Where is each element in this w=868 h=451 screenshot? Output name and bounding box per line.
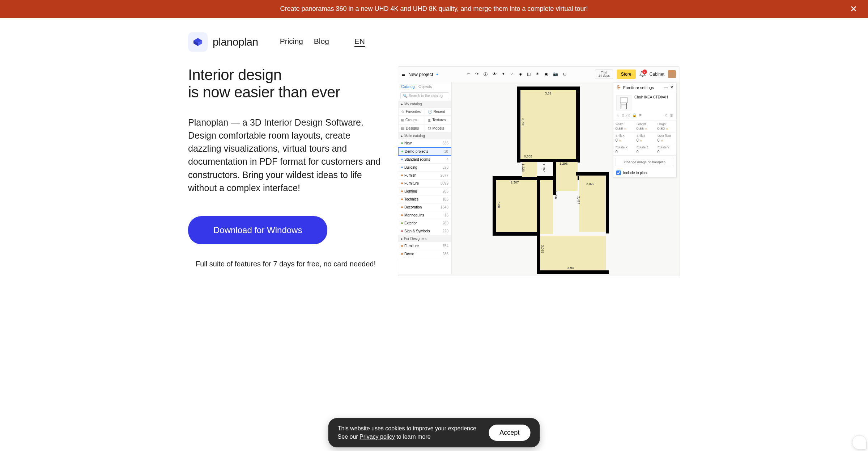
property-field[interactable]: Shift Z0m: [634, 132, 655, 144]
copy-icon[interactable]: ⧉: [622, 113, 624, 118]
tab-objects[interactable]: Objects: [418, 84, 432, 89]
catalog-row[interactable]: Mannequins16: [398, 211, 451, 219]
include-checkbox[interactable]: Include to plan: [613, 168, 676, 177]
catalog-row[interactable]: Furnish2877: [398, 172, 451, 180]
search-input[interactable]: 🔍 Search in the catalog: [400, 92, 449, 99]
catalog-sidebar: Catalog Objects 🔍 Search in the catalog …: [398, 82, 452, 274]
nav-blog[interactable]: Blog: [314, 37, 329, 47]
cabinet-link[interactable]: Cabinet: [650, 72, 664, 77]
hero-description: Planoplan — a 3D Interior Design Softwar…: [188, 116, 383, 195]
undo-icon[interactable]: ↶: [467, 72, 470, 77]
catalog-row[interactable]: Standard rooms4: [398, 156, 451, 164]
catalog-row[interactable]: Building523: [398, 164, 451, 172]
section-my-catalog[interactable]: ▸ My catalog: [398, 101, 451, 108]
furniture-settings-panel: 🪑Furniture settings —✕ Chair IKEA СТЕФАН…: [613, 83, 677, 178]
eye-icon[interactable]: 👁: [493, 72, 497, 77]
cell-models[interactable]: ⬡ Models: [425, 124, 452, 132]
section-main-catalog[interactable]: ▸ Main catalog: [398, 132, 451, 139]
trial-badge[interactable]: Trial14 days: [595, 69, 613, 79]
catalog-row[interactable]: Exterior280: [398, 219, 451, 227]
furniture-icon: 🪑: [616, 85, 621, 90]
close-icon[interactable]: ✕: [850, 4, 857, 14]
logo[interactable]: planoplan: [188, 32, 258, 52]
svg-rect-0: [620, 98, 627, 103]
catalog-row[interactable]: Sign & Symbols220: [398, 227, 451, 235]
banner-text: Create panoramas 360 in a new UHD 4K and…: [280, 5, 588, 13]
cell-recent[interactable]: 🕐 Recent: [425, 108, 452, 116]
bell-icon[interactable]: 2: [639, 71, 646, 78]
logo-icon: [188, 32, 208, 52]
ruler-icon[interactable]: ⟋: [510, 72, 514, 77]
language-selector[interactable]: EN: [354, 37, 365, 47]
property-field[interactable]: Rotate Z0: [634, 144, 655, 156]
info2-icon[interactable]: ⓘ: [626, 113, 630, 118]
catalog-row[interactable]: Decor286: [398, 250, 451, 258]
item-preview: [616, 95, 631, 110]
main-nav: planoplan Pricing Blog EN: [188, 18, 680, 66]
reset-icon[interactable]: ↺: [665, 113, 668, 118]
cell-designs[interactable]: ▤ Designs: [398, 124, 425, 132]
property-field[interactable]: Rotate X0: [613, 144, 634, 156]
project-name[interactable]: New project: [408, 72, 433, 77]
sun-icon[interactable]: ☀: [536, 72, 539, 77]
cube-icon[interactable]: ▣: [544, 72, 548, 77]
info-icon[interactable]: ⓘ: [484, 72, 488, 77]
menu-icon[interactable]: ☰: [402, 72, 405, 77]
change-image-button[interactable]: Change image on floorplan: [616, 158, 674, 166]
property-field[interactable]: Height0.80m: [655, 121, 676, 132]
wand-icon[interactable]: ✦: [502, 72, 505, 77]
avatar[interactable]: [668, 70, 676, 78]
close-panel-icon[interactable]: ✕: [670, 85, 673, 89]
promo-banner: Create panoramas 360 in a new UHD 4K and…: [0, 0, 868, 18]
catalog-row[interactable]: Lighting286: [398, 187, 451, 195]
panorama-icon[interactable]: ⊡: [563, 72, 566, 77]
store-button[interactable]: Store: [617, 69, 636, 79]
cell-favorites[interactable]: ☆ Favorites: [398, 108, 425, 116]
property-field[interactable]: Shift X0m: [613, 132, 634, 144]
nav-pricing[interactable]: Pricing: [280, 37, 303, 47]
property-field[interactable]: Over floor0m: [655, 132, 676, 144]
catalog-row[interactable]: Furniture754: [398, 242, 451, 250]
cell-groups[interactable]: ⊞ Groups: [398, 116, 425, 124]
layers-icon[interactable]: ◫: [527, 72, 531, 77]
app-screenshot: ☰ New project ● ↶ ↷ ⓘ 👁 ✦ ⟋ ◈ ◫ ☀ ▣ 📷 ⊡: [398, 66, 680, 276]
brand-name: planoplan: [213, 36, 258, 48]
catalog-row[interactable]: Furniture3099: [398, 180, 451, 187]
catalog-section[interactable]: ▸ For Designers: [398, 235, 451, 242]
delete-icon[interactable]: 🗑: [670, 113, 673, 118]
camera-icon[interactable]: 📷: [553, 72, 558, 77]
lock-icon[interactable]: 🔒: [632, 113, 637, 118]
download-button[interactable]: Download for Windows: [188, 216, 327, 244]
hero-title: Interior designis now easier than ever: [188, 66, 383, 101]
property-field[interactable]: Rotate Y0: [655, 144, 676, 156]
star-icon[interactable]: ☆: [616, 113, 620, 118]
catalog-row[interactable]: New336: [398, 139, 451, 147]
minimize-icon[interactable]: —: [664, 85, 668, 89]
cell-textures[interactable]: ◫ Textures: [425, 116, 452, 124]
property-field[interactable]: Width0.59m: [613, 121, 634, 132]
property-field[interactable]: Lenght0.55m: [634, 121, 655, 132]
flag-icon[interactable]: ⚑: [639, 113, 642, 118]
catalog-row[interactable]: Demo-projects10: [398, 147, 451, 156]
tab-catalog[interactable]: Catalog: [401, 84, 415, 89]
item-title: Chair IKEA СТЕФАН: [634, 95, 673, 110]
hero-note: Full suite of features for 7 days for fr…: [188, 259, 383, 269]
catalog-row[interactable]: Decoration1348: [398, 203, 451, 211]
redo-icon[interactable]: ↷: [475, 72, 478, 77]
catalog-row[interactable]: Technics186: [398, 195, 451, 203]
search-icon: 🔍: [403, 94, 407, 98]
tag-icon[interactable]: ◈: [519, 72, 522, 77]
